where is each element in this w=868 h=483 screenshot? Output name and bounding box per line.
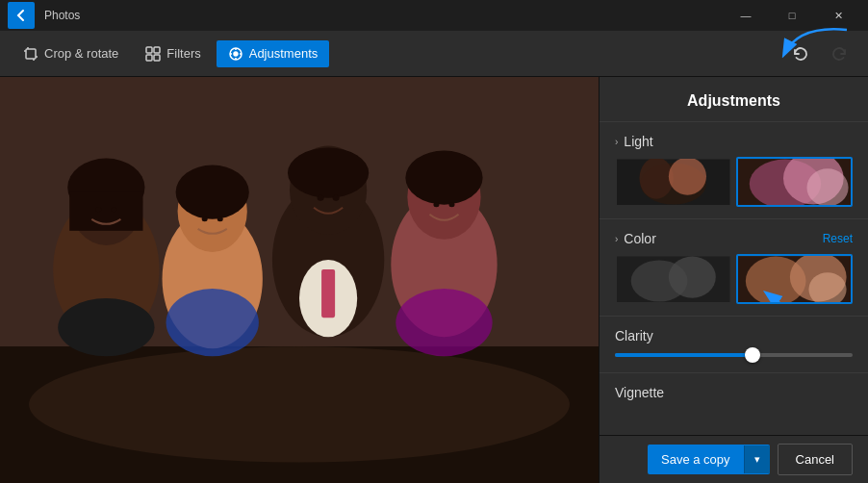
filters-button[interactable]: Filters xyxy=(134,40,212,67)
adjustments-button[interactable]: Adjustments xyxy=(217,40,330,67)
cancel-button[interactable]: Cancel xyxy=(778,444,853,475)
color-thumb-before[interactable] xyxy=(615,254,732,304)
main-content: Adjustments › Light xyxy=(0,77,868,483)
filters-label: Filters xyxy=(166,46,200,61)
color-chevron-icon: › xyxy=(615,234,618,244)
clarity-slider-fill xyxy=(615,353,753,357)
photo-image xyxy=(0,77,599,483)
svg-point-31 xyxy=(111,207,116,212)
clarity-label: Clarity xyxy=(615,328,853,343)
light-thumb-after[interactable] xyxy=(736,157,854,207)
light-section-header[interactable]: › Light xyxy=(615,134,853,149)
svg-point-37 xyxy=(449,202,455,207)
app-title: Photos xyxy=(44,9,724,22)
clarity-slider-thumb[interactable] xyxy=(745,347,760,363)
minimize-button[interactable]: — xyxy=(724,0,768,31)
svg-rect-3 xyxy=(146,55,152,61)
svg-point-26 xyxy=(405,151,482,205)
svg-point-11 xyxy=(29,346,570,462)
image-area xyxy=(0,77,599,483)
color-section-header[interactable]: › Color Reset xyxy=(615,231,853,246)
svg-point-28 xyxy=(166,289,259,356)
svg-point-48 xyxy=(669,257,716,298)
svg-point-45 xyxy=(806,168,848,206)
color-section-label: Color xyxy=(624,231,655,246)
color-thumbnails xyxy=(615,254,853,304)
svg-point-36 xyxy=(433,202,439,207)
light-section-label: Light xyxy=(624,134,652,149)
toolbar: Crop & rotate Filters Adjustments xyxy=(0,31,868,77)
svg-rect-2 xyxy=(154,47,160,53)
svg-point-33 xyxy=(217,216,223,221)
svg-point-21 xyxy=(288,148,369,198)
undo-button[interactable] xyxy=(783,37,818,71)
svg-rect-1 xyxy=(146,47,152,53)
save-copy-dropdown-icon[interactable]: ▾ xyxy=(744,445,770,473)
maximize-button[interactable]: □ xyxy=(770,0,814,31)
redo-button[interactable] xyxy=(822,37,856,71)
crop-rotate-button[interactable]: Crop & rotate xyxy=(12,40,130,67)
save-copy-button[interactable]: Save a copy ▾ xyxy=(648,445,770,474)
svg-rect-4 xyxy=(154,55,160,61)
close-button[interactable]: ✕ xyxy=(816,0,860,31)
svg-point-18 xyxy=(176,165,249,219)
panel-title: Adjustments xyxy=(600,77,868,122)
crop-rotate-label: Crop & rotate xyxy=(44,46,118,61)
adjustments-label: Adjustments xyxy=(249,46,319,61)
svg-rect-0 xyxy=(26,49,36,59)
window-controls: — □ ✕ xyxy=(724,0,860,31)
svg-point-41 xyxy=(669,159,706,195)
bottom-bar: Save a copy ▾ Cancel xyxy=(600,435,868,483)
back-button[interactable] xyxy=(8,2,35,29)
svg-point-27 xyxy=(58,298,154,356)
light-chevron-icon: › xyxy=(615,137,618,147)
vignette-label: Vignette xyxy=(615,385,853,400)
svg-point-32 xyxy=(202,216,208,221)
vignette-section: Vignette xyxy=(600,373,868,408)
svg-point-35 xyxy=(333,195,340,201)
clarity-slider-track[interactable] xyxy=(615,353,853,357)
light-thumb-before[interactable] xyxy=(615,157,732,207)
right-panel: Adjustments › Light xyxy=(599,77,868,483)
color-thumb-after[interactable] xyxy=(736,254,854,304)
svg-point-6 xyxy=(234,52,238,56)
svg-point-34 xyxy=(318,195,324,201)
save-copy-label: Save a copy xyxy=(648,445,744,474)
color-reset-button[interactable]: Reset xyxy=(823,232,853,245)
svg-point-40 xyxy=(640,159,674,199)
svg-rect-23 xyxy=(321,269,335,318)
light-thumbnails xyxy=(615,157,853,207)
color-section: › Color Reset xyxy=(600,219,868,317)
svg-point-30 xyxy=(95,207,101,212)
clarity-section: Clarity xyxy=(600,317,868,373)
svg-point-29 xyxy=(396,289,492,356)
light-section: › Light xyxy=(600,122,868,219)
title-bar: Photos — □ ✕ xyxy=(0,0,868,31)
